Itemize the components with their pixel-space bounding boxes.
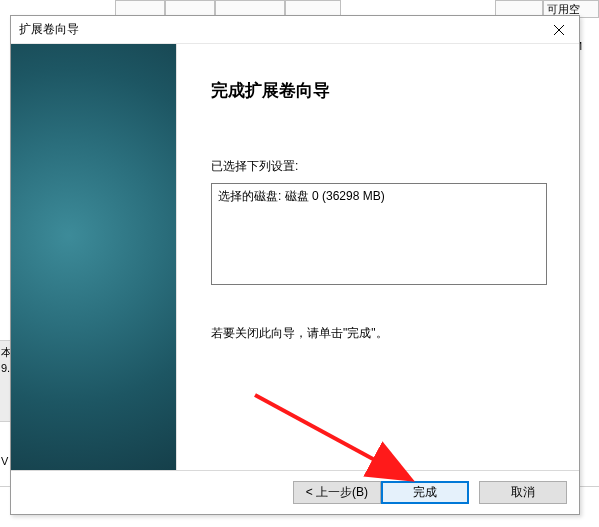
window-title: 扩展卷向导 [19,21,79,38]
settings-label: 已选择下列设置: [211,158,551,175]
wizard-window: 扩展卷向导 完成扩展卷向导 已选择下列设置: 选择的磁盘: 磁盘 0 (3629… [10,15,580,515]
back-button[interactable]: < 上一步(B) [293,481,381,504]
finish-button[interactable]: 完成 [381,481,469,504]
settings-box: 选择的磁盘: 磁盘 0 (36298 MB) [211,183,547,285]
titlebar: 扩展卷向导 [11,16,579,44]
button-row: < 上一步(B) 完成 取消 [11,470,579,514]
close-button[interactable] [539,16,579,43]
wizard-side-graphic [11,44,177,470]
wizard-body: 完成扩展卷向导 已选择下列设置: 选择的磁盘: 磁盘 0 (36298 MB) … [11,44,579,470]
bg-text: 9. [1,362,10,374]
page-heading: 完成扩展卷向导 [211,80,551,102]
close-instruction: 若要关闭此向导，请单击"完成"。 [211,325,551,342]
bg-text: V [1,455,8,467]
cancel-button[interactable]: 取消 [479,481,567,504]
wizard-content: 完成扩展卷向导 已选择下列设置: 选择的磁盘: 磁盘 0 (36298 MB) … [177,44,579,470]
close-icon [554,25,564,35]
selected-disk-line: 选择的磁盘: 磁盘 0 (36298 MB) [218,188,540,205]
